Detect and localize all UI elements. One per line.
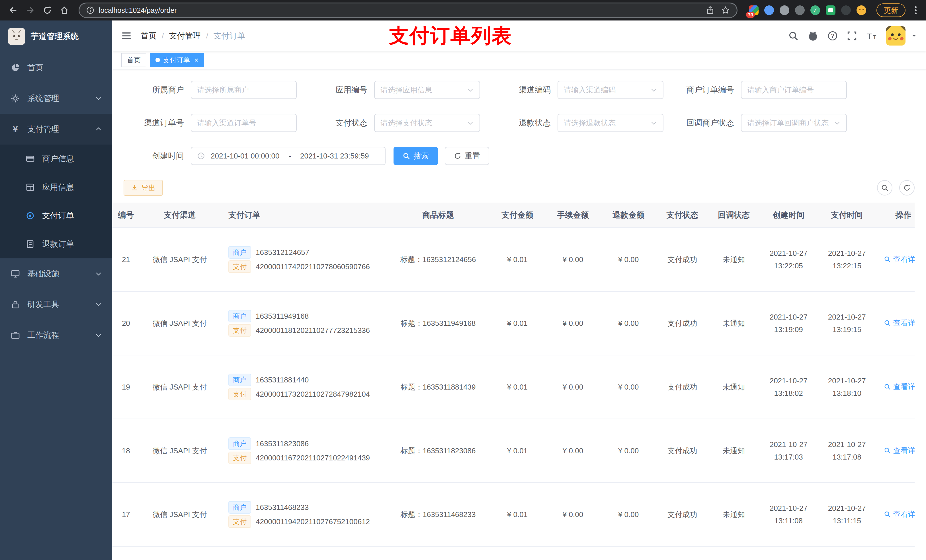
table-row: 17 微信 JSAPI 支付 商户 1635311468233 支付 42000… [112,483,915,546]
cell-actions: 查看详情 [876,228,915,291]
notify-status-filter-select[interactable] [741,114,847,132]
refund-status-filter-select[interactable] [558,114,663,132]
channel-code-filter-select-field[interactable] [564,86,647,95]
bank-card-icon [25,154,35,163]
sidebar-item-payment[interactable]: ¥ 支付管理 [0,114,112,145]
share-icon[interactable] [706,6,714,15]
sidebar-item-app-info[interactable]: 应用信息 [0,173,112,201]
view-detail-link[interactable]: 查看详情 [884,254,915,264]
search-button[interactable]: 搜索 [393,147,438,165]
export-button[interactable]: 导出 [124,180,163,196]
cell-notify-status: 未通知 [708,291,760,355]
tab-close-icon[interactable]: × [194,56,198,64]
merchant-filter-input[interactable] [191,81,297,99]
user-avatar[interactable] [886,26,905,45]
font-size-icon[interactable]: TT [866,30,877,41]
extension-icon-slate[interactable] [795,5,805,15]
merchant-order-no-filter-input-field[interactable] [747,86,841,95]
svg-text:T: T [867,32,872,41]
tab-home[interactable]: 首页 [121,53,146,67]
channel-order-no-filter-label: 渠道订单号 [124,118,191,128]
page-annotation-title: 支付订单列表 [389,23,512,49]
merchant-filter-input-field[interactable] [197,86,291,95]
view-detail-link[interactable]: 查看详情 [884,318,915,328]
col-title: 商品标题 [386,202,489,228]
dashboard-icon [10,63,21,72]
cell-pay-order: 商户 1635311949168 支付 42000011812021102777… [215,291,386,355]
cell-create-time: 2021-10-27 13:18:02 [760,355,818,419]
refresh-table-button[interactable] [899,180,915,195]
cell-pay-time: 2021-10-27 13:11:15 [818,483,876,546]
create-time-range-picker[interactable]: 2021-10-01 00:00:00 - 2021-10-31 23:59:5… [191,147,386,165]
extension-icon-colorful[interactable]: 10 [749,5,758,15]
cell-create-time: 2021-10-27 13:19:09 [760,291,818,355]
reload-button[interactable] [40,3,54,18]
sidebar-item-refund-order[interactable]: 退款订单 [0,230,112,258]
sidebar: 芋道管理系统 首页 系统管理 ¥ 支付管理 [0,21,112,560]
channel-order-no-filter-input[interactable] [191,114,297,132]
pay-status-filter-select[interactable] [374,114,480,132]
cell-create-time: 2021-10-27 13:11:08 [760,483,818,546]
target-icon [25,211,35,220]
extension-icon-emoji[interactable] [856,5,866,15]
cell-channel: 微信 JSAPI 支付 [145,419,215,483]
site-info-icon[interactable] [86,6,94,14]
cell-channel: 微信 JSAPI 支付 [145,483,215,546]
chevron-down-icon [95,95,102,102]
app-no-filter-select-field[interactable] [380,86,464,95]
pay-status-filter-select-field[interactable] [380,119,464,127]
forward-button[interactable] [23,3,38,18]
cell-amount: ¥ 0.01 [489,483,545,546]
sidebar-item-infra[interactable]: 基础设施 [0,258,112,289]
col-id: 编号 [112,202,145,228]
bookmark-star-icon[interactable] [721,6,730,15]
home-button[interactable] [57,3,72,18]
extension-icon-grey[interactable] [780,5,789,15]
sidebar-item-merchant-info[interactable]: 商户信息 [0,145,112,173]
app-no-filter-select[interactable] [374,81,480,99]
header-search-icon[interactable] [788,31,799,41]
tab-pay-order[interactable]: 支付订单 × [150,53,204,67]
extension-icon-wechat[interactable] [826,5,835,15]
github-icon[interactable] [808,30,819,41]
sidebar-item-workflow[interactable]: 工作流程 [0,320,112,350]
sidebar-item-system[interactable]: 系统管理 [0,83,112,114]
sidebar-item-pay-order[interactable]: 支付订单 [0,201,112,230]
cell-amount [489,546,545,560]
view-detail-link[interactable]: 查看详情 [884,382,915,392]
user-caret-down-icon[interactable] [911,33,917,39]
extension-icon-dark[interactable] [841,5,851,15]
app-logo[interactable]: 芋道管理系统 [0,21,112,52]
address-bar[interactable]: localhost:1024/pay/order [79,3,737,18]
fullscreen-icon[interactable] [847,31,857,41]
back-button[interactable] [6,3,21,18]
help-icon[interactable]: ? [828,31,838,41]
cell-id: 19 [112,355,145,419]
browser-update-button[interactable]: 更新 [876,3,905,17]
pay-tag: 支付 [228,451,251,464]
notify-status-filter-select-field[interactable] [747,119,830,127]
channel-code-filter-select[interactable] [558,81,663,99]
cell-channel: 微信 JSAPI 支付 [145,228,215,291]
toggle-search-button[interactable] [877,180,893,195]
date-start-value: 2021-10-01 00:00:00 [211,152,279,160]
breadcrumb-home[interactable]: 首页 [141,30,157,41]
cell-fee: ¥ 0.00 [545,228,601,291]
cell-actions: 查看详情 [876,419,915,483]
view-detail-link[interactable]: 查看详情 [884,509,915,519]
refund-status-filter-select-field[interactable] [564,119,647,127]
sidebar-item-dev-tools[interactable]: 研发工具 [0,289,112,320]
chevron-up-icon [95,126,102,133]
sidebar-item-home[interactable]: 首页 [0,52,112,83]
cell-id: 16 [112,546,145,560]
channel-order-no-filter-input-field[interactable] [197,119,291,127]
breadcrumb-pay-manage[interactable]: 支付管理 [169,30,201,41]
merchant-order-no-filter-input[interactable] [741,81,847,99]
view-detail-link[interactable]: 查看详情 [884,445,915,456]
app-title: 芋道管理系统 [31,31,79,42]
extension-icon-blue[interactable] [764,5,774,15]
reset-button[interactable]: 重置 [445,147,489,165]
hamburger-icon[interactable] [121,31,132,41]
browser-menu-icon[interactable] [911,5,920,16]
extension-icon-vue-devtools[interactable] [810,5,820,15]
